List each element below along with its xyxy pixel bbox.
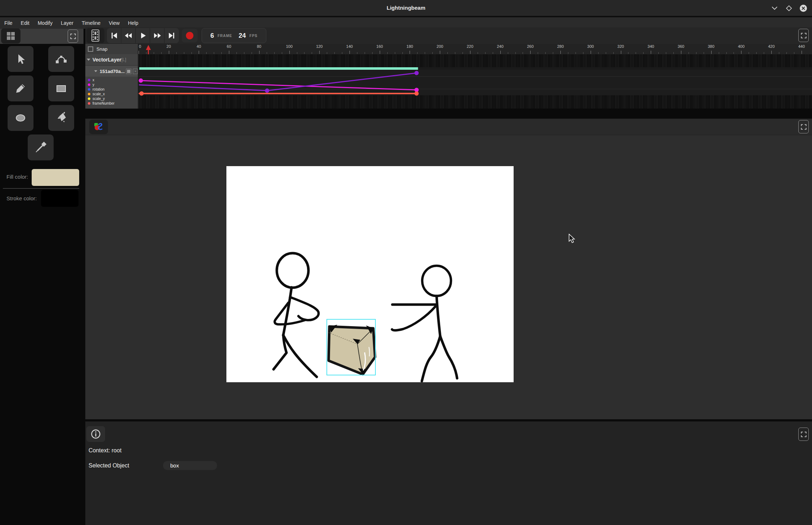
keyframe-x[interactable] (414, 71, 419, 75)
property-color-dot (88, 93, 90, 95)
select-tool-button[interactable] (8, 46, 33, 72)
expand-icon (800, 32, 807, 39)
paint-bucket-icon (55, 111, 68, 124)
menu-item-help[interactable]: Help (128, 20, 138, 26)
skip-to-end-icon (168, 32, 176, 40)
canvas-panel (85, 119, 812, 419)
stick-figure-right[interactable] (392, 266, 457, 381)
menu-item-timeline[interactable]: Timeline (82, 20, 100, 26)
play-button[interactable] (136, 28, 150, 43)
select-cursor-icon (14, 53, 27, 65)
snap-checkbox[interactable] (88, 46, 93, 52)
frame-label: FRAME (217, 34, 232, 38)
rewind-button[interactable] (121, 28, 136, 43)
menu-item-edit[interactable]: Edit (21, 20, 30, 26)
eyedropper-icon (34, 141, 47, 154)
collapse-triangle-icon[interactable] (87, 59, 90, 61)
property-color-dot (88, 79, 90, 81)
skip-to-start-icon (110, 32, 118, 40)
layer-suffix: [L] (121, 57, 126, 62)
menu-item-file[interactable]: File (4, 20, 13, 26)
sublayer-row[interactable]: 151ad70a... ~ (85, 66, 138, 77)
snap-row: Snap (85, 44, 138, 54)
mouse-cursor (568, 234, 577, 245)
playhead-stem[interactable] (148, 49, 149, 54)
skip-to-end-button[interactable] (164, 28, 179, 43)
transport-controls (107, 28, 179, 43)
collapse-triangle-icon[interactable] (94, 70, 98, 72)
keyframe-frameNumber[interactable] (414, 91, 419, 96)
timeline-expand-button[interactable] (798, 29, 809, 42)
minimize-icon[interactable] (769, 3, 780, 14)
info-icon (91, 429, 101, 439)
transform-tool-button[interactable] (48, 46, 74, 72)
curve-y[interactable] (139, 81, 416, 90)
property-label: x (93, 78, 94, 82)
fps-value[interactable]: 24 (239, 32, 246, 40)
info-button[interactable] (86, 426, 105, 442)
film-strip-icon (91, 29, 100, 42)
property-color-dot (88, 97, 90, 100)
canvas-expand-button[interactable] (798, 120, 809, 133)
expand-icon (800, 123, 807, 131)
record-icon (185, 31, 194, 40)
layer-row[interactable]: VectorLayer [L] (85, 54, 138, 65)
menu-item-layer[interactable]: Layer (61, 20, 73, 26)
ellipse-tool-button[interactable] (8, 105, 33, 131)
keyframe-frameNumber[interactable] (139, 91, 144, 96)
paint-bucket-tool-button[interactable] (48, 105, 74, 131)
divider (3, 188, 79, 189)
property-row-x[interactable]: x (85, 78, 138, 82)
stroke-color-swatch[interactable] (41, 190, 78, 207)
property-label: frameNumber (93, 101, 114, 105)
property-row-scale_x[interactable]: scale_x (85, 92, 138, 96)
animation-curves[interactable] (139, 44, 812, 109)
menu-item-view[interactable]: View (109, 20, 119, 26)
selected-object-field[interactable]: box (163, 461, 217, 470)
sublayer-name: 151ad70a... (100, 69, 125, 74)
fill-color-swatch[interactable] (32, 169, 79, 186)
fast-forward-button[interactable] (150, 28, 164, 43)
grid-menu-button[interactable] (1, 28, 21, 44)
property-row-y[interactable]: y (85, 82, 138, 87)
stage[interactable] (226, 166, 514, 382)
maximize-icon[interactable] (784, 3, 794, 14)
timeline-tracks[interactable]: 0204060801001201401601802002202402602803… (138, 44, 812, 109)
sublayer-curve-toggle-button[interactable]: ~ (133, 69, 138, 74)
sublayer-visibility-button[interactable] (126, 69, 131, 74)
film-export-button[interactable] (86, 28, 104, 43)
scene (226, 166, 514, 382)
expand-icon (800, 431, 807, 438)
property-row-rotation[interactable]: rotation (85, 87, 138, 92)
property-label: y (93, 83, 94, 87)
snap-label: Snap (96, 46, 107, 52)
inspector-expand-button[interactable] (798, 428, 809, 441)
layer-span-bar[interactable] (139, 67, 418, 70)
vector-shapes-button[interactable] (89, 120, 108, 134)
expand-icon (69, 33, 77, 40)
skip-to-start-button[interactable] (107, 28, 121, 43)
eyedropper-tool-button[interactable] (28, 134, 54, 160)
close-icon[interactable] (798, 3, 809, 14)
pencil-tool-button[interactable] (8, 76, 33, 101)
inspector-panel: Context: root Selected Object box (85, 421, 812, 525)
property-row-scale_y[interactable]: scale_y (85, 96, 138, 101)
record-button[interactable] (182, 29, 198, 42)
stick-figure-left[interactable] (274, 253, 319, 377)
timeline-panel: 6 FRAME 24 FPS Snap VectorLayer [L] 151a… (85, 27, 812, 109)
property-color-dot (88, 83, 90, 86)
keyframe-y[interactable] (139, 78, 143, 83)
tool-panel-expand-button[interactable] (68, 29, 78, 43)
selected-object-row: Selected Object box (89, 461, 217, 470)
tool-panel-header (0, 29, 84, 44)
playhead-arrow[interactable] (146, 45, 151, 50)
frame-value[interactable]: 6 (210, 32, 214, 40)
box-object[interactable] (327, 319, 375, 375)
keyframe-x[interactable] (265, 88, 269, 93)
rectangle-tool-button[interactable] (48, 76, 74, 101)
title-bar: Lightningbeam (0, 0, 812, 17)
fill-color-label: Fill color: (6, 174, 28, 180)
menu-item-modify[interactable]: Modify (38, 20, 53, 26)
rectangle-icon (55, 82, 68, 95)
property-row-frameNumber[interactable]: frameNumber (85, 101, 138, 106)
